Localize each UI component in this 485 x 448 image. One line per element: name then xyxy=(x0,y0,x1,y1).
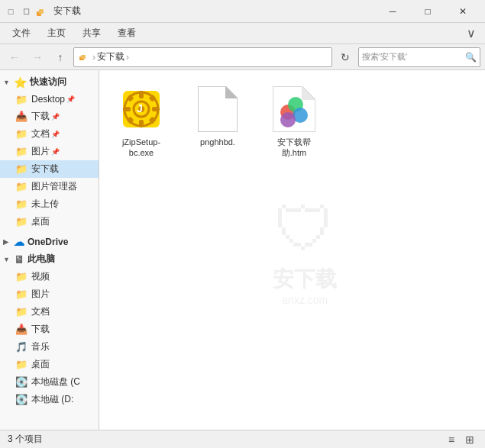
minimize-button[interactable]: ─ xyxy=(375,0,410,23)
grid-view-button[interactable]: ⊞ xyxy=(462,432,477,447)
sidebar-item-desktop[interactable]: 📁 Desktop 📌 xyxy=(0,91,99,108)
title-bar-system-icons: □ ◻ xyxy=(5,5,47,18)
path-current: 安下载 xyxy=(97,50,124,63)
folder-icon: 📁 xyxy=(15,93,27,105)
sidebar-item-drive-d[interactable]: 💽 本地磁 (D: xyxy=(0,391,99,408)
pin-icon-4: 📌 xyxy=(51,148,60,156)
close-button[interactable]: ✕ xyxy=(445,0,480,23)
path-sep: › xyxy=(92,52,95,63)
sidebar-item-pics[interactable]: 📁 图片 📌 xyxy=(0,143,99,160)
watermark: 🛡 安下载 anxz.com xyxy=(273,195,337,306)
item-count: 3 个项目 xyxy=(8,433,43,446)
maximize-button[interactable]: □ xyxy=(410,0,445,23)
pnghhbd-file-name: pnghhbd. xyxy=(200,137,235,147)
folder-downloads-pc-icon: 📥 xyxy=(15,324,27,336)
refresh-button[interactable]: ↻ xyxy=(335,47,355,67)
sidebar-item-pictures[interactable]: 📁 图片 xyxy=(0,285,99,303)
svg-rect-6 xyxy=(139,91,144,98)
up-button[interactable]: ↑ xyxy=(50,47,70,67)
sidebar-label-videos: 视频 xyxy=(31,270,50,283)
sidebar-item-desktop3[interactable]: 📁 桌面 xyxy=(0,356,99,373)
window-controls: ─ □ ✕ xyxy=(375,0,480,23)
sidebar-item-documents[interactable]: 📁 文档 xyxy=(0,303,99,321)
folder-pictures-icon: 📁 xyxy=(15,288,27,301)
address-path[interactable]: › 安下载 › xyxy=(73,47,332,67)
menu-file[interactable]: 文件 xyxy=(5,24,38,43)
drive-d-icon: 💽 xyxy=(15,394,27,406)
search-placeholder: 搜索'安下载' xyxy=(362,51,462,63)
onedrive-label: OneDrive xyxy=(27,237,68,247)
window-title: 安下载 xyxy=(53,5,375,18)
sidebar-label-drive-d: 本地磁 (D: xyxy=(31,393,73,406)
sidebar-label-pics: 图片 xyxy=(31,145,50,158)
status-bar-right: ≡ ⊞ xyxy=(444,432,477,447)
file-item-pnghhbd[interactable]: pnghhbd. xyxy=(183,78,252,166)
file-item-htm[interactable]: 安下载帮助.htm xyxy=(260,78,328,166)
svg-rect-1 xyxy=(39,9,44,14)
sidebar-quickaccess-header[interactable]: ▼ ⭐ 快速访问 xyxy=(0,73,99,91)
sidebar-item-downloads-pc[interactable]: 📥 下载 xyxy=(0,321,99,338)
jzip-file-icon: J xyxy=(117,85,166,134)
sidebar-label-desktop2: 桌面 xyxy=(31,215,50,228)
sidebar-onedrive-header[interactable]: ▶ ☁ OneDrive xyxy=(0,234,99,250)
svg-rect-8 xyxy=(123,107,131,111)
folder-desktop2-icon: 📁 xyxy=(15,216,27,228)
quickaccess-chevron: ▼ xyxy=(3,79,11,86)
main-layout: ▼ ⭐ 快速访问 📁 Desktop 📌 📥 下载 📌 📁 文档 📌 📁 图片 … xyxy=(0,70,485,430)
sidebar-item-unuploaded[interactable]: 📁 未上传 xyxy=(0,195,99,213)
watermark-sub: anxz.com xyxy=(273,294,337,306)
folder-desktop3-icon: 📁 xyxy=(15,359,27,371)
sidebar-label-downloads-pc: 下载 xyxy=(31,323,50,336)
back-button[interactable]: ← xyxy=(5,47,24,67)
sidebar-thispc-header[interactable]: ▼ 🖥 此电脑 xyxy=(0,250,99,268)
jzip-file-name: jZipSetup-bc.exe xyxy=(122,137,160,159)
menu-home[interactable]: 主页 xyxy=(40,24,73,43)
pin-icon-2: 📌 xyxy=(51,113,60,121)
sidebar-item-music[interactable]: 🎵 音乐 xyxy=(0,338,99,356)
menu-share[interactable]: 共享 xyxy=(75,24,108,43)
sidebar-label-download: 下载 xyxy=(31,110,50,123)
sidebar-item-download[interactable]: 📥 下载 📌 xyxy=(0,108,99,125)
svg-text:J: J xyxy=(137,102,143,114)
sidebar-item-videos[interactable]: 📁 视频 xyxy=(0,268,99,285)
thispc-label: 此电脑 xyxy=(27,253,55,266)
search-box[interactable]: 搜索'安下载' 🔍 xyxy=(358,47,480,67)
folder-download-icon: 📥 xyxy=(15,111,27,123)
title-bar: □ ◻ 安下载 ─ □ ✕ xyxy=(0,0,485,23)
sidebar-label-drive-c: 本地磁盘 (C xyxy=(31,375,80,388)
address-bar: ← → ↑ › 安下载 › ↻ 搜索'安下载' 🔍 xyxy=(0,44,485,70)
thispc-chevron: ▼ xyxy=(3,256,11,263)
path-end-sep: › xyxy=(126,52,129,63)
folder-imgmgr-icon: 📁 xyxy=(15,181,27,193)
sidebar-item-anzaixia[interactable]: 📁 安下载 xyxy=(0,160,99,178)
sidebar-label-desktop: Desktop xyxy=(31,94,65,105)
content-area: 🛡 安下载 anxz.com xyxy=(99,70,485,430)
system-icon-1: □ xyxy=(5,5,17,18)
sidebar-item-imgmgr[interactable]: 📁 图片管理器 xyxy=(0,178,99,195)
sidebar-label-music: 音乐 xyxy=(31,340,50,353)
file-grid: J jZipSetup-bc.exe pnghhbd. xyxy=(99,70,485,173)
status-bar: 3 个项目 ≡ ⊞ xyxy=(0,430,485,448)
folder-videos-icon: 📁 xyxy=(15,271,27,283)
svg-rect-3 xyxy=(81,55,86,59)
search-icon[interactable]: 🔍 xyxy=(465,52,477,63)
menu-view[interactable]: 查看 xyxy=(110,24,144,43)
sidebar-label-imgmgr: 图片管理器 xyxy=(31,180,77,193)
folder-unuploaded-icon: 📁 xyxy=(15,198,27,211)
system-icon-3 xyxy=(35,5,47,18)
htm-file-icon xyxy=(270,85,318,134)
sidebar-item-drive-c[interactable]: 💽 本地磁盘 (C xyxy=(0,373,99,391)
sidebar-label-unuploaded: 未上传 xyxy=(31,198,59,211)
list-view-button[interactable]: ≡ xyxy=(444,432,459,447)
folder-pics-icon: 📁 xyxy=(15,146,27,158)
sidebar-label-docs: 文档 xyxy=(31,127,50,140)
sidebar-item-docs[interactable]: 📁 文档 📌 xyxy=(0,125,99,143)
htm-file-name: 安下载帮助.htm xyxy=(277,137,311,159)
folder-anzaixia-icon: 📁 xyxy=(15,163,27,176)
watermark-shield-icon: 🛡 xyxy=(273,195,337,265)
menu-chevron[interactable]: ∨ xyxy=(462,26,480,40)
file-item-jzip[interactable]: J jZipSetup-bc.exe xyxy=(107,78,176,166)
sidebar-item-desktop2[interactable]: 📁 桌面 xyxy=(0,213,99,230)
forward-button[interactable]: → xyxy=(27,47,47,67)
menu-bar: 文件 主页 共享 查看 ∨ xyxy=(0,23,485,44)
